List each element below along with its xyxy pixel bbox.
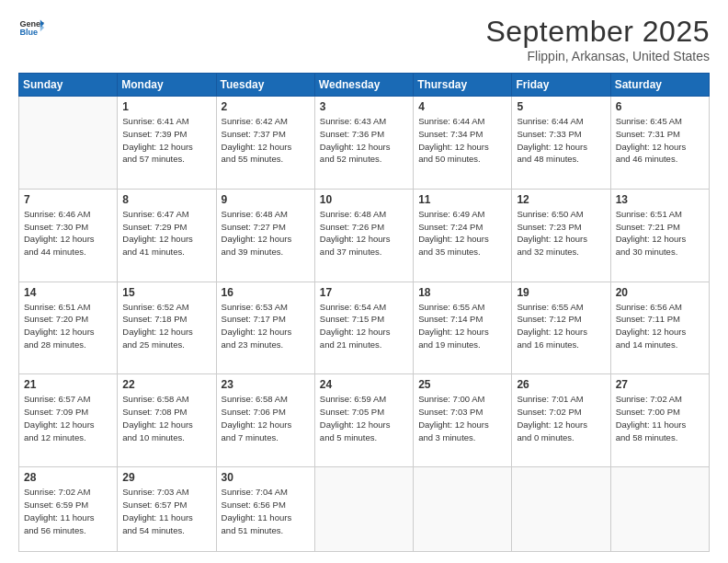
day-info: Sunrise: 6:58 AM Sunset: 7:06 PM Dayligh… bbox=[222, 393, 310, 443]
day-number: 14 bbox=[24, 286, 112, 299]
calendar-cell-w5-d5 bbox=[414, 467, 512, 552]
day-number: 9 bbox=[222, 193, 310, 206]
day-number: 12 bbox=[517, 193, 605, 206]
day-info: Sunrise: 6:47 AM Sunset: 7:29 PM Dayligh… bbox=[122, 208, 210, 259]
day-number: 21 bbox=[24, 378, 112, 391]
week-row-3: 14Sunrise: 6:51 AM Sunset: 7:20 PM Dayli… bbox=[19, 282, 710, 374]
calendar-cell-w2-d3: 9Sunrise: 6:48 AM Sunset: 7:27 PM Daylig… bbox=[216, 189, 314, 282]
day-number: 18 bbox=[418, 286, 506, 299]
day-number: 5 bbox=[517, 100, 605, 113]
header: General Blue September 2025 Flippin, Ark… bbox=[18, 15, 710, 63]
day-info: Sunrise: 7:01 AM Sunset: 7:02 PM Dayligh… bbox=[517, 393, 605, 443]
week-row-1: 1Sunrise: 6:41 AM Sunset: 7:39 PM Daylig… bbox=[19, 97, 710, 190]
day-info: Sunrise: 7:02 AM Sunset: 7:00 PM Dayligh… bbox=[616, 393, 704, 443]
weekday-header-sunday: Sunday bbox=[19, 74, 118, 97]
calendar-cell-w5-d1: 28Sunrise: 7:02 AM Sunset: 6:59 PM Dayli… bbox=[19, 467, 118, 552]
calendar-header: SundayMondayTuesdayWednesdayThursdayFrid… bbox=[19, 74, 710, 97]
day-number: 29 bbox=[122, 471, 210, 484]
day-info: Sunrise: 6:49 AM Sunset: 7:24 PM Dayligh… bbox=[418, 208, 506, 259]
day-number: 27 bbox=[616, 378, 704, 391]
calendar-cell-w3-d5: 18Sunrise: 6:55 AM Sunset: 7:14 PM Dayli… bbox=[414, 282, 512, 374]
svg-text:Blue: Blue bbox=[19, 28, 38, 37]
calendar-cell-w1-d5: 4Sunrise: 6:44 AM Sunset: 7:34 PM Daylig… bbox=[414, 97, 512, 190]
day-info: Sunrise: 6:41 AM Sunset: 7:39 PM Dayligh… bbox=[122, 115, 210, 166]
day-number: 8 bbox=[122, 193, 210, 206]
weekday-header-saturday: Saturday bbox=[610, 74, 709, 97]
calendar-cell-w2-d2: 8Sunrise: 6:47 AM Sunset: 7:29 PM Daylig… bbox=[118, 189, 216, 282]
calendar-cell-w3-d3: 16Sunrise: 6:53 AM Sunset: 7:17 PM Dayli… bbox=[216, 282, 314, 374]
calendar-cell-w2-d1: 7Sunrise: 6:46 AM Sunset: 7:30 PM Daylig… bbox=[19, 189, 118, 282]
day-info: Sunrise: 6:50 AM Sunset: 7:23 PM Dayligh… bbox=[517, 208, 605, 259]
weekday-header-tuesday: Tuesday bbox=[216, 74, 314, 97]
day-info: Sunrise: 7:02 AM Sunset: 6:59 PM Dayligh… bbox=[24, 486, 112, 536]
weekday-header-row: SundayMondayTuesdayWednesdayThursdayFrid… bbox=[19, 74, 710, 97]
day-info: Sunrise: 6:52 AM Sunset: 7:18 PM Dayligh… bbox=[122, 301, 210, 351]
week-row-5: 28Sunrise: 7:02 AM Sunset: 6:59 PM Dayli… bbox=[19, 467, 710, 552]
day-number: 19 bbox=[517, 286, 605, 299]
logo-icon: General Blue bbox=[18, 15, 44, 40]
day-info: Sunrise: 7:00 AM Sunset: 7:03 PM Dayligh… bbox=[418, 393, 506, 443]
day-number: 17 bbox=[320, 286, 408, 299]
calendar-cell-w1-d7: 6Sunrise: 6:45 AM Sunset: 7:31 PM Daylig… bbox=[610, 97, 709, 190]
calendar-cell-w4-d1: 21Sunrise: 6:57 AM Sunset: 7:09 PM Dayli… bbox=[19, 374, 118, 467]
calendar-cell-w5-d6 bbox=[512, 467, 610, 552]
day-number: 23 bbox=[222, 378, 310, 391]
calendar-body: 1Sunrise: 6:41 AM Sunset: 7:39 PM Daylig… bbox=[19, 97, 710, 552]
title-block: September 2025 Flippin, Arkansas, United… bbox=[485, 15, 710, 63]
logo: General Blue bbox=[18, 15, 44, 40]
calendar-cell-w3-d6: 19Sunrise: 6:55 AM Sunset: 7:12 PM Dayli… bbox=[512, 282, 610, 374]
day-info: Sunrise: 6:46 AM Sunset: 7:30 PM Dayligh… bbox=[24, 208, 112, 259]
day-number: 16 bbox=[222, 286, 310, 299]
calendar-cell-w4-d6: 26Sunrise: 7:01 AM Sunset: 7:02 PM Dayli… bbox=[512, 374, 610, 467]
weekday-header-friday: Friday bbox=[512, 74, 610, 97]
day-number: 1 bbox=[122, 100, 210, 113]
calendar-cell-w1-d3: 2Sunrise: 6:42 AM Sunset: 7:37 PM Daylig… bbox=[216, 97, 314, 190]
day-number: 7 bbox=[24, 193, 112, 206]
day-info: Sunrise: 6:44 AM Sunset: 7:33 PM Dayligh… bbox=[517, 115, 605, 166]
day-info: Sunrise: 7:04 AM Sunset: 6:56 PM Dayligh… bbox=[222, 486, 310, 536]
day-info: Sunrise: 6:45 AM Sunset: 7:31 PM Dayligh… bbox=[616, 115, 704, 166]
day-number: 2 bbox=[222, 100, 310, 113]
day-info: Sunrise: 6:57 AM Sunset: 7:09 PM Dayligh… bbox=[24, 393, 112, 443]
day-info: Sunrise: 6:55 AM Sunset: 7:12 PM Dayligh… bbox=[517, 301, 605, 351]
day-info: Sunrise: 6:44 AM Sunset: 7:34 PM Dayligh… bbox=[418, 115, 506, 166]
day-number: 25 bbox=[418, 378, 506, 391]
day-number: 6 bbox=[616, 100, 704, 113]
day-number: 10 bbox=[320, 193, 408, 206]
day-info: Sunrise: 6:54 AM Sunset: 7:15 PM Dayligh… bbox=[320, 301, 408, 351]
day-number: 24 bbox=[320, 378, 408, 391]
day-info: Sunrise: 6:53 AM Sunset: 7:17 PM Dayligh… bbox=[222, 301, 310, 351]
day-info: Sunrise: 6:51 AM Sunset: 7:20 PM Dayligh… bbox=[24, 301, 112, 351]
calendar-cell-w5-d3: 30Sunrise: 7:04 AM Sunset: 6:56 PM Dayli… bbox=[216, 467, 314, 552]
calendar-cell-w5-d2: 29Sunrise: 7:03 AM Sunset: 6:57 PM Dayli… bbox=[118, 467, 216, 552]
calendar-cell-w4-d7: 27Sunrise: 7:02 AM Sunset: 7:00 PM Dayli… bbox=[610, 374, 709, 467]
day-info: Sunrise: 6:51 AM Sunset: 7:21 PM Dayligh… bbox=[616, 208, 704, 259]
day-info: Sunrise: 6:59 AM Sunset: 7:05 PM Dayligh… bbox=[320, 393, 408, 443]
day-number: 3 bbox=[320, 100, 408, 113]
subtitle: Flippin, Arkansas, United States bbox=[485, 49, 710, 63]
weekday-header-thursday: Thursday bbox=[414, 74, 512, 97]
day-number: 15 bbox=[122, 286, 210, 299]
day-number: 22 bbox=[122, 378, 210, 391]
calendar-cell-w4-d5: 25Sunrise: 7:00 AM Sunset: 7:03 PM Dayli… bbox=[414, 374, 512, 467]
calendar-cell-w2-d6: 12Sunrise: 6:50 AM Sunset: 7:23 PM Dayli… bbox=[512, 189, 610, 282]
calendar-cell-w4-d2: 22Sunrise: 6:58 AM Sunset: 7:08 PM Dayli… bbox=[118, 374, 216, 467]
day-number: 28 bbox=[24, 471, 112, 484]
calendar-cell-w2-d4: 10Sunrise: 6:48 AM Sunset: 7:26 PM Dayli… bbox=[314, 189, 413, 282]
calendar-cell-w1-d4: 3Sunrise: 6:43 AM Sunset: 7:36 PM Daylig… bbox=[314, 97, 413, 190]
calendar-cell-w2-d7: 13Sunrise: 6:51 AM Sunset: 7:21 PM Dayli… bbox=[610, 189, 709, 282]
day-number: 26 bbox=[517, 378, 605, 391]
day-info: Sunrise: 6:42 AM Sunset: 7:37 PM Dayligh… bbox=[222, 115, 310, 166]
day-number: 30 bbox=[222, 471, 310, 484]
page: General Blue September 2025 Flippin, Ark… bbox=[0, 0, 728, 563]
calendar-cell-w1-d1 bbox=[19, 97, 118, 190]
week-row-2: 7Sunrise: 6:46 AM Sunset: 7:30 PM Daylig… bbox=[19, 189, 710, 282]
day-number: 13 bbox=[616, 193, 704, 206]
calendar-cell-w3-d1: 14Sunrise: 6:51 AM Sunset: 7:20 PM Dayli… bbox=[19, 282, 118, 374]
day-number: 20 bbox=[616, 286, 704, 299]
calendar-cell-w5-d7 bbox=[610, 467, 709, 552]
weekday-header-monday: Monday bbox=[118, 74, 216, 97]
day-number: 11 bbox=[418, 193, 506, 206]
day-info: Sunrise: 6:48 AM Sunset: 7:26 PM Dayligh… bbox=[320, 208, 408, 259]
calendar-cell-w4-d4: 24Sunrise: 6:59 AM Sunset: 7:05 PM Dayli… bbox=[314, 374, 413, 467]
